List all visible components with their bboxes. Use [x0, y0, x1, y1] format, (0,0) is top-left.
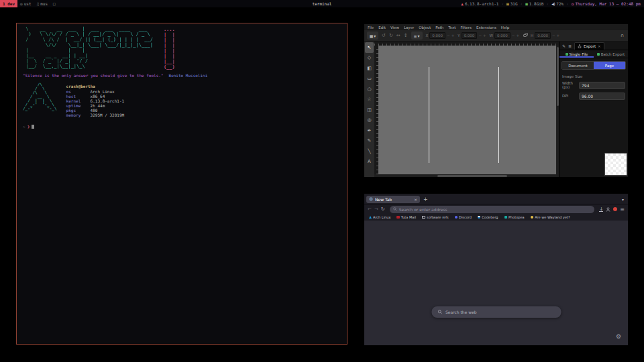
bookmark-folder-software-refs[interactable]: software refs — [422, 215, 448, 219]
minus-button[interactable]: − — [512, 34, 515, 38]
tab-single-file[interactable]: Single File — [559, 50, 594, 58]
pencil-tool-icon[interactable]: ✎ — [365, 136, 374, 147]
calligraphy-tool-icon[interactable]: ╲ — [365, 146, 374, 157]
forward-button[interactable]: → — [374, 206, 378, 212]
w-spinbox[interactable]: W 0.000 − + — [490, 32, 519, 39]
h-value[interactable]: 0.000 — [535, 32, 551, 39]
fetch-value: 480 — [91, 108, 98, 113]
flip-vertical-icon[interactable]: ↕ — [404, 33, 408, 38]
export-dialog-tab[interactable]: Export × — [574, 42, 604, 50]
y-value[interactable]: 0.000 — [462, 32, 478, 39]
x-spinbox[interactable]: X 0.000 − + — [426, 32, 455, 39]
menu-object[interactable]: Object — [419, 25, 431, 29]
document-button[interactable]: Document — [562, 62, 594, 69]
align-dropdown[interactable]: ≡▾ — [411, 32, 423, 40]
back-button[interactable]: ← — [368, 206, 372, 212]
single-file-icon — [566, 53, 568, 56]
rectangle-tool-icon[interactable]: ▭ — [365, 74, 374, 84]
layers-dialog-icon[interactable]: ≣ — [568, 44, 572, 50]
workspace-mus[interactable]: ♫ mus — [34, 0, 50, 7]
tab-label: Batch Export — [601, 52, 625, 56]
w-value[interactable]: 0.000 — [494, 32, 511, 39]
pencil-dialog-icon[interactable]: ✎ — [562, 44, 566, 50]
fetch-label: os — [66, 89, 91, 94]
terminal-window[interactable]: \ __ __ ___ | ___ ___ ____ ___ ) \ \/\/ … — [16, 23, 347, 345]
star-tool-icon[interactable]: ☆ — [365, 95, 374, 105]
menu-help[interactable]: Help — [501, 25, 510, 29]
menu-text[interactable]: Text — [448, 25, 455, 29]
dpi-input[interactable]: 96.00 — [579, 93, 625, 100]
pen-tool-icon[interactable]: ✒ — [365, 125, 374, 136]
rotate-ccw-icon[interactable]: ↺ — [382, 33, 386, 38]
lock-ratio-icon[interactable] — [523, 34, 527, 37]
spiral-tool-icon[interactable]: ◎ — [365, 115, 374, 126]
firefox-window: New Tab × + ▾ ← → ↻ Search or enter addr… — [364, 194, 628, 345]
workspace-empty[interactable]: □ — [50, 0, 58, 7]
minus-button[interactable]: − — [478, 34, 482, 38]
menu-view[interactable]: View — [390, 25, 399, 29]
new-tab-button[interactable]: + — [422, 196, 429, 202]
plus-button[interactable]: + — [557, 34, 560, 38]
web-search-input[interactable]: Search the web — [431, 306, 561, 318]
bookmark-discord[interactable]: Discord — [455, 215, 472, 219]
workspace-label: mus — [40, 1, 48, 6]
plus-button[interactable]: + — [483, 34, 486, 38]
menu-edit[interactable]: Edit — [378, 25, 386, 29]
workspace-dev[interactable]: 1 dev — [0, 0, 17, 7]
page-button[interactable]: Page — [594, 62, 625, 69]
url-bar[interactable]: Search or enter address — [390, 206, 595, 213]
plus-button[interactable]: + — [516, 34, 519, 38]
shape-builder-tool-icon[interactable]: ◧ — [365, 63, 374, 74]
music-icon: ♫ — [37, 1, 40, 6]
list-tabs-chevron-icon[interactable]: ▾ — [622, 197, 626, 202]
menu-file[interactable]: File — [368, 25, 374, 29]
close-icon[interactable]: × — [598, 44, 601, 48]
selector-tool-icon[interactable]: ↖ — [365, 42, 374, 53]
snap-toggle-icon[interactable]: ∩ — [621, 33, 625, 38]
close-icon[interactable]: × — [414, 197, 417, 202]
gear-icon[interactable]: ⚙ — [616, 333, 621, 340]
menu-button[interactable]: ≡ — [620, 206, 625, 213]
download-icon[interactable]: ↓ — [599, 207, 603, 212]
node-editor-tool-icon[interactable]: ◇ — [365, 53, 374, 64]
canvas-horizontal-scrollbar[interactable] — [374, 174, 559, 177]
text-tool-icon[interactable]: A — [365, 157, 374, 168]
bookmark-are-we-wayland-yet[interactable]: Are we Wayland yet? — [531, 215, 570, 219]
box-3d-tool-icon[interactable]: ◫ — [365, 105, 374, 115]
image-size-label: Image Size — [562, 74, 625, 78]
minus-button[interactable]: − — [447, 34, 450, 38]
menu-filters[interactable]: Filters — [460, 25, 472, 29]
fetch-label: host — [66, 94, 91, 99]
width-input[interactable]: 794 — [579, 82, 625, 89]
tab-new-tab[interactable]: New Tab × — [366, 196, 420, 203]
menu-layer[interactable]: Layer — [404, 25, 414, 29]
bookmark-codeberg[interactable]: Codeberg — [478, 215, 498, 219]
scrollbar-thumb[interactable] — [437, 175, 508, 177]
account-icon[interactable] — [606, 207, 610, 212]
workspace-ust[interactable]: ◎ ust — [17, 0, 34, 7]
memory-module: ▦ 1.8GiB — [525, 1, 543, 6]
bookmark-photopea[interactable]: Photopea — [504, 215, 525, 219]
x-value[interactable]: 0.000 — [429, 32, 445, 39]
flip-horizontal-icon[interactable]: ↔ — [396, 33, 400, 38]
tool-options-button[interactable]: ▦▾ — [367, 32, 378, 40]
ellipse-tool-icon[interactable]: ○ — [365, 84, 374, 95]
plus-button[interactable]: + — [451, 34, 455, 38]
clock-icon: ◷ — [572, 1, 574, 6]
quote-text: "Silence is the only answer you should g… — [23, 73, 164, 78]
bookmark-tuta-mail[interactable]: Tuta Mail — [396, 215, 416, 219]
inkscape-canvas[interactable] — [378, 46, 556, 174]
y-spinbox[interactable]: Y 0.000 − + — [458, 32, 486, 39]
rotate-cw-icon[interactable]: ↻ — [389, 33, 393, 38]
quote-author: Benito Mussolini — [169, 73, 208, 78]
reload-button[interactable]: ↻ — [381, 206, 385, 212]
menu-extensions[interactable]: Extensions — [476, 25, 496, 29]
prompt-symbol: ❯ — [28, 124, 30, 129]
tab-batch-export[interactable]: Batch Export — [594, 50, 628, 58]
h-spinbox[interactable]: H 0.000 − + — [531, 32, 559, 39]
shell-prompt[interactable]: ~ ❯ — [23, 124, 341, 129]
minus-button[interactable]: − — [552, 34, 555, 38]
extension-icon[interactable] — [613, 207, 617, 211]
bookmark-arch-linux[interactable]: Arch Linux — [369, 215, 390, 219]
menu-path[interactable]: Path — [435, 25, 443, 29]
